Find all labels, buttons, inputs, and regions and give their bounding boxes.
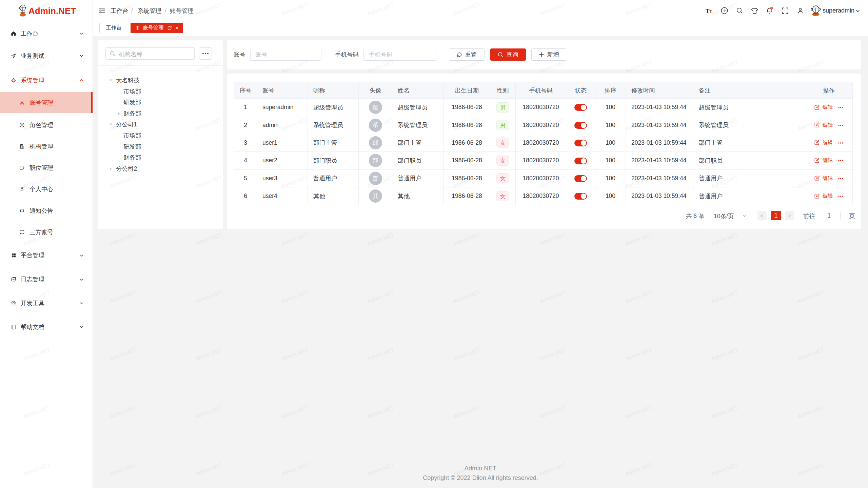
- svg-text:中: 中: [723, 9, 726, 13]
- svg-text:T: T: [706, 8, 710, 14]
- svg-text:T: T: [710, 9, 712, 14]
